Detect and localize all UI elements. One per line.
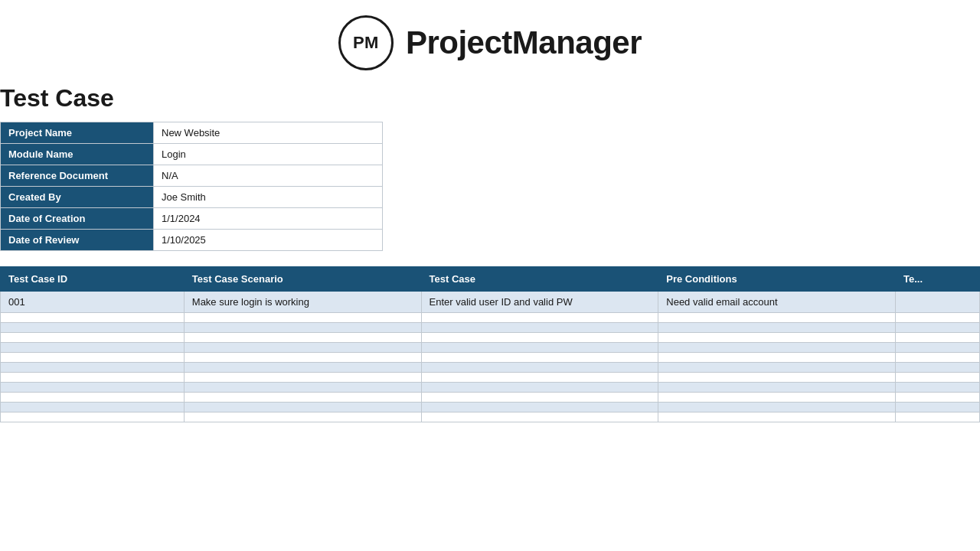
cell-scenario (184, 313, 421, 323)
info-value: Joe Smith (154, 187, 383, 208)
cell-extra (896, 313, 980, 323)
cell-id (1, 412, 185, 422)
cell-scenario (184, 343, 421, 353)
cell-preconditions (658, 373, 896, 383)
info-row: Module Name Login (1, 144, 383, 165)
logo-circle: PM (338, 15, 394, 70)
cell-id (1, 393, 185, 403)
cell-scenario (184, 353, 421, 363)
cell-test-case (421, 313, 658, 323)
cell-test-case (421, 393, 658, 403)
cell-scenario (184, 333, 421, 343)
column-header: Test Case Scenario (184, 267, 421, 292)
cell-test-case (421, 403, 658, 412)
cell-preconditions: Need valid email account (658, 292, 896, 313)
cell-test-case (421, 412, 658, 422)
cell-test-case (421, 383, 658, 393)
info-value: N/A (154, 165, 383, 187)
cell-scenario (184, 412, 421, 422)
cell-extra (896, 412, 980, 422)
column-header: Test Case ID (1, 267, 185, 292)
info-label: Created By (1, 187, 154, 208)
cell-id (1, 323, 185, 333)
cell-preconditions (658, 353, 896, 363)
cell-scenario (184, 403, 421, 412)
column-header: Pre Conditions (658, 267, 896, 292)
cell-extra (896, 403, 980, 412)
cell-preconditions (658, 403, 896, 412)
table-row (1, 373, 980, 383)
cell-scenario (184, 363, 421, 373)
info-row: Project Name New Website (1, 122, 383, 144)
cell-id (1, 333, 185, 343)
info-value: Login (154, 144, 383, 165)
cell-preconditions (658, 343, 896, 353)
info-label: Project Name (1, 122, 154, 144)
cell-extra (896, 393, 980, 403)
table-row: 001 Make sure login is working Enter val… (1, 292, 980, 313)
table-row (1, 313, 980, 323)
cell-preconditions (658, 323, 896, 333)
table-row (1, 383, 980, 393)
cell-preconditions (658, 333, 896, 343)
cell-extra (896, 343, 980, 353)
cell-extra (896, 323, 980, 333)
cell-test-case: Enter valid user ID and valid PW (421, 292, 658, 313)
cell-preconditions (658, 313, 896, 323)
cell-scenario: Make sure login is working (184, 292, 421, 313)
cell-scenario (184, 393, 421, 403)
cell-scenario (184, 373, 421, 383)
cell-preconditions (658, 363, 896, 373)
cell-scenario (184, 383, 421, 393)
info-value: New Website (154, 122, 383, 144)
cell-test-case (421, 353, 658, 363)
cell-id (1, 343, 185, 353)
table-row (1, 343, 980, 353)
info-row: Created By Joe Smith (1, 187, 383, 208)
cell-extra (896, 333, 980, 343)
cell-id: 001 (1, 292, 185, 313)
info-row: Date of Review 1/10/2025 (1, 230, 383, 251)
cell-extra (896, 363, 980, 373)
cell-test-case (421, 333, 658, 343)
cell-id (1, 363, 185, 373)
cell-test-case (421, 343, 658, 353)
table-row (1, 393, 980, 403)
brand-name: ProjectManager (406, 24, 642, 61)
logo-initials: PM (353, 33, 379, 53)
cell-test-case (421, 363, 658, 373)
info-row: Date of Creation 1/1/2024 (1, 208, 383, 230)
page-title: Test Case (0, 78, 980, 122)
table-row (1, 412, 980, 422)
cell-test-case (421, 373, 658, 383)
cell-id (1, 313, 185, 323)
table-row (1, 403, 980, 412)
main-table: Test Case IDTest Case ScenarioTest CaseP… (0, 266, 980, 422)
table-row (1, 333, 980, 343)
info-value: 1/1/2024 (154, 208, 383, 230)
info-label: Date of Creation (1, 208, 154, 230)
table-row (1, 323, 980, 333)
column-header: Test Case (421, 267, 658, 292)
table-row (1, 353, 980, 363)
cell-id (1, 383, 185, 393)
cell-preconditions (658, 412, 896, 422)
cell-extra (896, 292, 980, 313)
cell-extra (896, 353, 980, 363)
cell-scenario (184, 323, 421, 333)
cell-extra (896, 383, 980, 393)
info-value: 1/10/2025 (154, 230, 383, 251)
cell-id (1, 373, 185, 383)
info-label: Reference Document (1, 165, 154, 187)
column-header: Te... (896, 267, 980, 292)
info-label: Date of Review (1, 230, 154, 251)
cell-test-case (421, 323, 658, 333)
cell-id (1, 353, 185, 363)
info-table: Project Name New Website Module Name Log… (0, 122, 383, 251)
info-row: Reference Document N/A (1, 165, 383, 187)
table-row (1, 363, 980, 373)
info-label: Module Name (1, 144, 154, 165)
cell-preconditions (658, 393, 896, 403)
cell-extra (896, 373, 980, 383)
cell-preconditions (658, 383, 896, 393)
